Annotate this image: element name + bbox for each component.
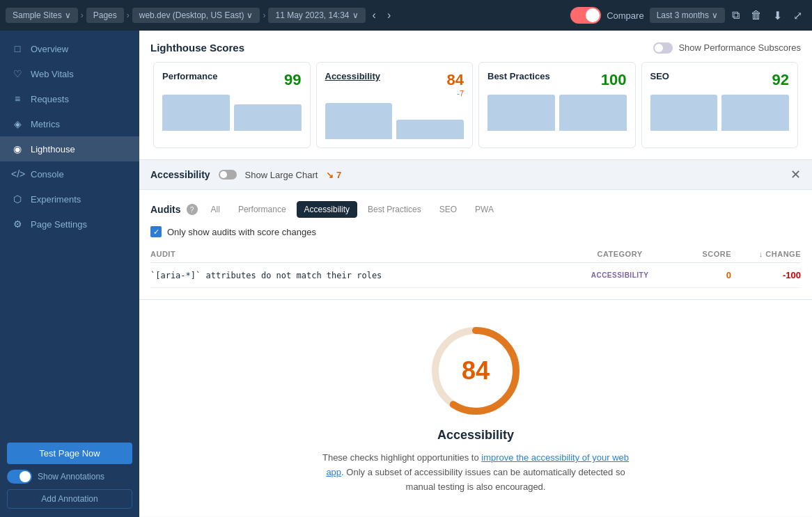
test-page-button[interactable]: Test Page Now: [7, 443, 132, 464]
tab-best-practices[interactable]: Best Practices: [360, 201, 429, 218]
acc-row-toggle[interactable]: [219, 170, 237, 180]
score-card-performance: Performance 99: [153, 62, 311, 148]
perf-bar-2: [234, 104, 302, 131]
sidebar-item-console[interactable]: </> Console: [0, 161, 139, 186]
col-header-audit: Audit: [150, 250, 564, 258]
nav-prev-button[interactable]: ‹: [368, 6, 380, 24]
col-header-change: ↓ Change: [731, 250, 801, 258]
compare-toggle[interactable]: [570, 7, 601, 24]
scores-title: Lighthouse Scores: [150, 42, 244, 54]
sidebar-item-page-settings[interactable]: ⚙ Page Settings: [0, 212, 139, 237]
subscores-label: Show Performance Subscores: [678, 42, 801, 53]
tab-accessibility[interactable]: Accessibility: [297, 201, 357, 218]
tab-performance[interactable]: Performance: [231, 201, 294, 218]
sidebar-item-requests[interactable]: ≡ Requests: [0, 86, 139, 111]
score-card-best-practices: Best Practices 100: [478, 62, 636, 148]
score-card-accessibility: Accessibility 84 -7: [316, 62, 474, 148]
best-practices-score: 100: [601, 71, 627, 89]
breadcrumb-sample-sites[interactable]: Sample Sites ∨: [6, 8, 78, 23]
lighthouse-scores-section: Lighthouse Scores Show Performance Subsc…: [139, 31, 812, 160]
trend-indicator: ↘ 7: [326, 170, 341, 180]
scores-header: Lighthouse Scores Show Performance Subsc…: [150, 42, 801, 54]
console-icon: </>: [11, 168, 24, 180]
show-large-chart-button[interactable]: Show Large Chart: [245, 170, 318, 180]
download-button[interactable]: ⬇: [769, 6, 786, 25]
requests-icon: ≡: [11, 93, 24, 104]
sidebar-item-experiments[interactable]: ⬡ Experiments: [0, 186, 139, 212]
tab-all[interactable]: All: [203, 201, 228, 218]
sidebar-nav: □ Overview ♡ Web Vitals ≡ Requests ◈ Met…: [0, 31, 139, 434]
circle-score-section: 84 Accessibility These checks highlight …: [139, 300, 812, 516]
breadcrumb: Sample Sites ∨ › Pages › web.dev (Deskto…: [6, 6, 395, 24]
only-show-row: Only show audits with score changes: [150, 226, 801, 237]
best-practices-bars: [487, 95, 627, 131]
sidebar-item-overview[interactable]: □ Overview: [0, 36, 139, 61]
breadcrumb-sep-2: ›: [127, 10, 130, 20]
show-annotations-toggle[interactable]: [7, 470, 32, 484]
metrics-icon: ◈: [11, 118, 24, 129]
bp-bar-2: [559, 95, 627, 131]
score-card-seo: SEO 92: [641, 62, 799, 148]
audit-table-header: Audit Category Score ↓ Change: [150, 246, 801, 263]
audit-tabs: All Performance Accessibility Best Pract…: [203, 201, 501, 218]
sidebar-item-lighthouse[interactable]: ◉ Lighthouse: [0, 136, 139, 161]
close-accessibility-button[interactable]: ✕: [790, 167, 801, 182]
help-icon[interactable]: ?: [187, 204, 198, 215]
breadcrumb-date[interactable]: 11 May 2023, 14:34 ∨: [268, 8, 365, 23]
performance-score: 99: [284, 71, 301, 89]
chevron-down-icon-3: ∨: [712, 10, 718, 20]
audit-score-value: 0: [676, 270, 731, 280]
show-annotations-row: Show Annotations: [7, 470, 132, 484]
audits-title: Audits: [150, 204, 181, 215]
share-button[interactable]: ⤢: [789, 6, 806, 25]
audit-row-name: `[aria-*]` attributes do not match their…: [150, 270, 564, 280]
breadcrumb-sep-1: ›: [81, 10, 84, 20]
audit-category-badge: ACCESSIBILITY: [564, 271, 676, 279]
audits-panel: Audits ? All Performance Accessibility B…: [139, 190, 812, 300]
col-header-category: Category: [564, 250, 676, 258]
accessibility-filter-row: Accessibility Show Large Chart ↘ 7 ✕: [139, 160, 812, 190]
tab-seo[interactable]: SEO: [432, 201, 464, 218]
add-annotation-button[interactable]: Add Annotation: [7, 489, 132, 509]
circle-description: These checks highlight opportunities to …: [315, 451, 636, 494]
compare-label: Compare: [607, 10, 643, 21]
breadcrumb-pages[interactable]: Pages: [86, 8, 124, 23]
overview-icon: □: [11, 43, 24, 54]
accessibility-change: -7: [447, 89, 464, 97]
web-vitals-icon: ♡: [11, 68, 24, 79]
external-link-button[interactable]: ⧉: [728, 6, 744, 24]
score-changes-checkbox[interactable]: [150, 226, 162, 237]
bp-bar-1: [487, 95, 555, 131]
only-show-label: Only show audits with score changes: [167, 227, 316, 237]
sidebar-bottom: Test Page Now Show Annotations Add Annot…: [0, 434, 139, 517]
chevron-icon: ∨: [65, 10, 71, 20]
subscores-toggle[interactable]: [653, 42, 673, 54]
tab-pwa[interactable]: PWA: [467, 201, 501, 218]
page-settings-icon: ⚙: [11, 218, 24, 230]
col-header-score: Score: [676, 250, 731, 258]
seo-score: 92: [772, 71, 789, 89]
score-cards: Performance 99 Accessibility 84 -7: [150, 62, 801, 148]
circle-container: 84: [427, 322, 524, 420]
content: Lighthouse Scores Show Performance Subsc…: [139, 31, 812, 517]
last-months-button[interactable]: Last 3 months ∨: [650, 8, 725, 23]
compare-area: Compare Last 3 months ∨: [570, 7, 725, 24]
acc-bar-1: [325, 103, 393, 139]
seo-bar-2: [721, 95, 789, 131]
chevron-down-icon: ∨: [247, 10, 253, 20]
circle-title: Accessibility: [437, 428, 514, 443]
acc-bar-2: [396, 120, 464, 139]
accessibility-title[interactable]: Accessibility: [325, 71, 381, 81]
audit-change-value: -100: [731, 270, 801, 280]
main-layout: □ Overview ♡ Web Vitals ≡ Requests ◈ Met…: [0, 31, 812, 517]
seo-title: SEO: [650, 71, 669, 81]
show-annotations-label: Show Annotations: [38, 472, 104, 482]
best-practices-title: Best Practices: [487, 71, 550, 81]
sidebar-item-web-vitals[interactable]: ♡ Web Vitals: [0, 61, 139, 86]
circle-score-number: 84: [462, 356, 490, 385]
breadcrumb-site[interactable]: web.dev (Desktop, US East) ∨: [132, 8, 260, 23]
delete-button[interactable]: 🗑: [747, 6, 766, 24]
audit-table: Audit Category Score ↓ Change `[aria-*]`…: [150, 246, 801, 288]
sidebar-item-metrics[interactable]: ◈ Metrics: [0, 111, 139, 136]
nav-next-button[interactable]: ›: [383, 6, 395, 24]
